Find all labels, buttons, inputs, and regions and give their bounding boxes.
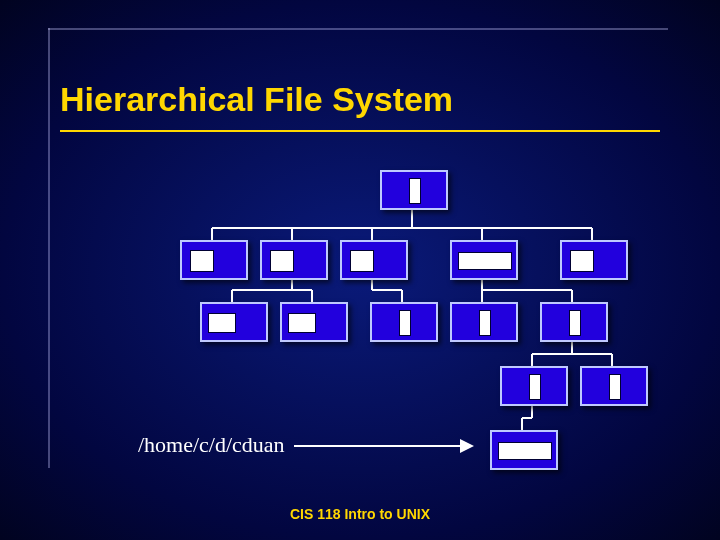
tree-node-cduan bbox=[490, 430, 558, 470]
folder-icon bbox=[569, 310, 581, 336]
folder-icon bbox=[409, 178, 421, 204]
file-system-tree bbox=[0, 0, 720, 540]
tree-node-b2 bbox=[280, 302, 348, 342]
folder-icon bbox=[208, 313, 236, 333]
tree-node-a3 bbox=[340, 240, 408, 280]
tree-node-root bbox=[380, 170, 448, 210]
tree-node-home bbox=[450, 240, 518, 280]
tree-node-d2 bbox=[580, 366, 648, 406]
folder-icon bbox=[570, 250, 594, 272]
tree-node-a5 bbox=[560, 240, 628, 280]
slide-footer: CIS 118 Intro to UNIX bbox=[0, 506, 720, 522]
tree-node-b1 bbox=[200, 302, 268, 342]
folder-icon bbox=[399, 310, 411, 336]
folder-icon bbox=[529, 374, 541, 400]
tree-node-d bbox=[500, 366, 568, 406]
path-arrow-head-icon bbox=[460, 439, 474, 453]
folder-icon bbox=[609, 374, 621, 400]
tree-node-h1 bbox=[450, 302, 518, 342]
folder-icon bbox=[288, 313, 316, 333]
folder-icon bbox=[190, 250, 214, 272]
tree-node-h2 bbox=[540, 302, 608, 342]
folder-icon bbox=[498, 442, 552, 460]
folder-icon bbox=[458, 252, 512, 270]
folder-icon bbox=[479, 310, 491, 336]
tree-node-a1 bbox=[180, 240, 248, 280]
tree-node-c bbox=[370, 302, 438, 342]
path-label: /home/c/d/cduan bbox=[138, 432, 285, 458]
path-arrow-line bbox=[294, 445, 464, 447]
folder-icon bbox=[270, 250, 294, 272]
folder-icon bbox=[350, 250, 374, 272]
tree-node-a2 bbox=[260, 240, 328, 280]
